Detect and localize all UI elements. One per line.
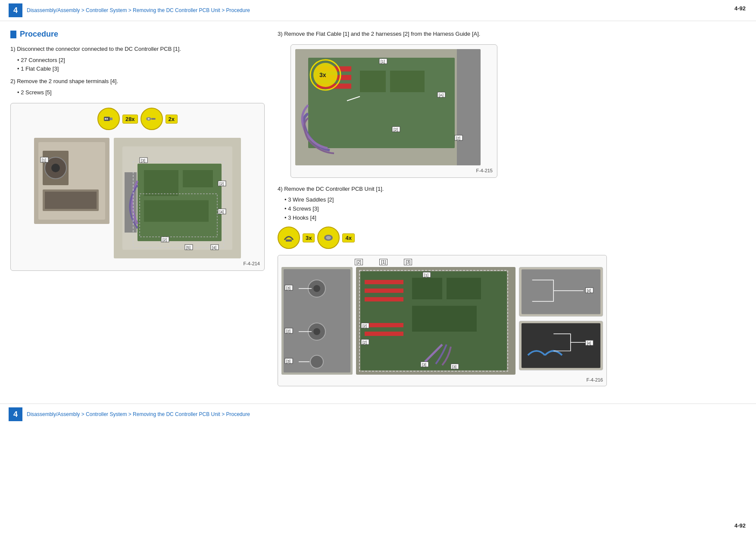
machine-svg-small: [1] [34,138,109,224]
svg-text:[3]: [3] [422,363,426,367]
svg-rect-83 [412,306,477,332]
wire-saddle-svg: [3] [2] [3] [281,267,353,375]
pcb-diagram-svg: [3] [2] [4] [2] [5] [4] [114,138,241,258]
svg-text:[4]: [4] [587,289,591,293]
svg-text:[2]: [2] [219,182,224,186]
svg-point-66 [313,328,320,335]
svg-rect-43 [360,71,386,92]
svg-point-60 [326,236,331,239]
bullet-connectors: 27 Connectors [2] [17,56,265,65]
label-1: [1] [379,259,387,265]
step2-bullets: 2 Screws [5] [17,88,265,97]
pcb-unit-large: [1] [2] [2] [3] [3] [356,267,515,375]
bullet-flat-cable: 1 Flat Cable [3] [17,65,265,74]
figure-215: [1] [A] [2] [2] 3x F-4-215 [291,44,497,178]
svg-rect-45 [457,49,481,165]
footer-bar: 4 Disassembly/Assembly > Controller Syst… [0,404,756,425]
svg-text:[4]: [4] [219,210,224,214]
svg-text:[1]: [1] [424,273,428,277]
fig216-label: F-4-216 [586,377,603,382]
svg-text:3x: 3x [319,71,326,78]
svg-text:[3]: [3] [141,158,145,163]
fig214-label: F-4-214 [243,261,260,266]
machine-photo-small: [1] [34,138,109,224]
heading-bar [10,31,16,38]
breadcrumb: Disassembly/Assembly > Controller System… [27,7,250,13]
hook-icon-svg [322,231,335,244]
svg-rect-58 [286,239,292,242]
svg-text:[4]: [4] [587,341,591,345]
svg-rect-2 [105,118,106,120]
figure-216-container: [2] [1] [3] [278,255,607,386]
step4-bullets: 3 Wire Saddles [2] 4 Screws [3] 3 Hooks … [284,196,746,222]
tool-count-2x: 2x [166,115,178,124]
tool-row-216: 3x 4x [278,227,746,249]
label-3: [3] [404,259,412,265]
svg-text:[2]: [2] [362,340,367,345]
bullet-screws-3: 4 Screws [3] [284,205,746,214]
step3-text: 3) Remove the Flat Cable [1] and the 2 h… [278,30,746,38]
svg-rect-5 [151,118,156,120]
footer-breadcrumb: Disassembly/Assembly > Controller System… [27,411,250,417]
svg-rect-81 [412,278,442,299]
svg-rect-20 [183,170,213,187]
svg-rect-1 [110,118,112,120]
left-column: Procedure 1) Disconnect the connector co… [10,30,265,386]
svg-text:[5]: [5] [186,245,191,250]
svg-rect-19 [144,170,178,196]
left-assembly: [1] [34,138,241,258]
svg-rect-79 [365,323,403,327]
svg-rect-80 [365,332,403,336]
tool-row-214: 28x 2x [97,108,178,130]
pcb-hooks-top-svg: [4] [519,267,603,317]
wire-saddle-tool-icon [278,227,300,249]
pcb-hooks-top: [4] [519,267,603,317]
svg-rect-13 [45,192,97,209]
svg-rect-76 [365,280,403,284]
svg-text:[3]: [3] [452,365,456,369]
cable-tool-icon [141,108,163,130]
svg-text:[2]: [2] [456,136,460,140]
svg-text:[3]: [3] [286,286,291,290]
svg-rect-78 [365,297,403,301]
svg-point-67 [310,355,323,368]
hook-tool-icon [317,227,340,249]
svg-rect-3 [106,118,108,120]
fig215-label: F-4-215 [476,168,493,173]
pcb-small-right-images: [4] [519,267,603,375]
svg-point-11 [51,164,60,172]
labels-row: [2] [1] [3] [355,259,412,265]
svg-point-6 [148,118,150,120]
right-column: 3) Remove the Flat Cable [1] and the 2 h… [278,30,746,386]
wire-saddle-icon-svg [282,231,295,244]
flat-cable-photo: [1] [A] [2] [2] 3x [295,49,481,165]
svg-point-64 [313,285,320,292]
pcb-hooks-bottom-svg: [4] [519,321,603,370]
header-badge: 4 [9,3,22,17]
step1-text: 1) Disconnect the connector connected to… [10,45,265,53]
figure-214: 28x 2x [10,103,265,271]
label-2: [2] [355,259,363,265]
cable-icon-svg [145,112,158,125]
connector-icon-svg [102,112,115,125]
svg-rect-44 [390,71,425,92]
bullet-wire-saddles: 3 Wire Saddles [2] [284,196,746,205]
main-content: Procedure 1) Disconnect the connector co… [0,21,756,395]
section-title: Procedure [20,30,58,39]
svg-text:[A]: [A] [439,93,444,97]
page-number-top: 4-92 [734,5,746,12]
section-heading: Procedure [10,30,265,39]
page-number-bottom: 4-92 [734,522,746,529]
pcb-large-svg: [1] [2] [2] [3] [3] [356,267,515,375]
step1-bullets: 27 Connectors [2] 1 Flat Cable [3] [17,56,265,74]
pcb-images-row: [3] [2] [3] [281,267,603,375]
bullet-screws: 2 Screws [5] [17,88,265,97]
footer-badge: 4 [9,407,22,421]
svg-text:[2]: [2] [286,329,291,333]
flat-cable-svg: [1] [A] [2] [2] 3x [295,49,481,165]
pcb-hooks-bottom: [4] [519,321,603,370]
svg-text:[1]: [1] [381,59,385,64]
svg-text:[2]: [2] [162,238,167,242]
bullet-hooks: 3 Hooks [4] [284,214,746,223]
svg-text:[2]: [2] [362,324,367,328]
